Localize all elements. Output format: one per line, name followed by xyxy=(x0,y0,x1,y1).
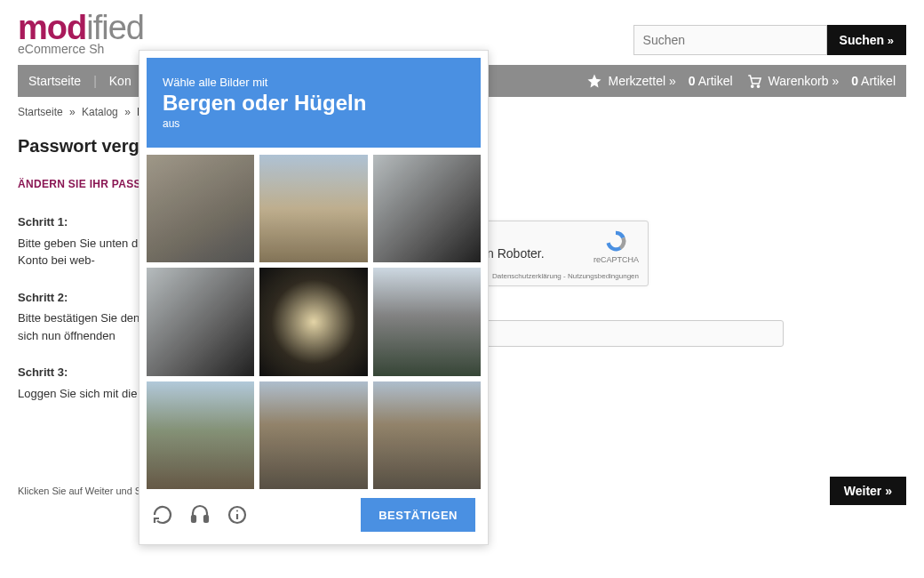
logo[interactable]: modified eCommerce Sh xyxy=(18,9,144,56)
challenge-tile-3[interactable] xyxy=(373,155,481,262)
challenge-tile-4[interactable] xyxy=(147,268,254,375)
next-button[interactable]: Weiter » xyxy=(830,477,906,505)
recaptcha-logo: reCAPTCHA xyxy=(593,229,639,264)
challenge-header: Wähle alle Bilder mit Bergen oder Hügeln… xyxy=(147,58,481,148)
recaptcha-challenge: Wähle alle Bilder mit Bergen oder Hügeln… xyxy=(139,50,489,545)
recaptcha-links[interactable]: Datenschutzerklärung - Nutzungsbedingung… xyxy=(492,272,639,280)
svg-rect-3 xyxy=(204,516,208,522)
nav-home[interactable]: Startseite xyxy=(28,74,81,88)
nav-wishlist[interactable]: Merkzettel » xyxy=(586,73,675,89)
chevron-right-icon: » xyxy=(884,34,894,47)
breadcrumb-home[interactable]: Startseite xyxy=(18,106,63,118)
challenge-tile-2[interactable] xyxy=(259,155,367,262)
nav-account[interactable]: Kon xyxy=(109,74,131,88)
logo-text-2: ified xyxy=(86,9,144,46)
footer-hint: Klicken Sie auf Weiter und Sie xyxy=(18,486,149,496)
nav-cart[interactable]: Warenkorb » xyxy=(745,73,840,89)
search-input[interactable] xyxy=(633,25,827,55)
svg-point-6 xyxy=(236,510,238,512)
reload-icon[interactable] xyxy=(152,504,173,526)
star-icon xyxy=(586,73,602,89)
challenge-confirm-button[interactable]: BESTÄTIGEN xyxy=(361,498,475,532)
challenge-tile-5[interactable] xyxy=(259,268,367,375)
challenge-tile-9[interactable] xyxy=(373,381,481,489)
svg-point-1 xyxy=(757,85,759,87)
challenge-tile-7[interactable] xyxy=(147,381,254,489)
challenge-tile-6[interactable] xyxy=(373,268,481,375)
audio-icon[interactable] xyxy=(189,504,211,526)
cart-count: 0 Artikel xyxy=(851,74,896,88)
wishlist-count: 0 Artikel xyxy=(689,74,733,88)
chevron-right-icon: » xyxy=(881,484,892,498)
svg-rect-2 xyxy=(192,516,195,522)
svg-point-0 xyxy=(751,85,753,87)
search-button[interactable]: Suchen » xyxy=(827,25,906,55)
challenge-tile-8[interactable] xyxy=(259,381,367,489)
cart-icon xyxy=(745,73,763,89)
nav-separator: | xyxy=(93,74,97,88)
info-icon[interactable] xyxy=(227,504,248,526)
breadcrumb-catalog[interactable]: Katalog xyxy=(82,106,118,118)
challenge-grid xyxy=(147,155,481,489)
logo-text-1: mod xyxy=(18,9,86,46)
challenge-tile-1[interactable] xyxy=(147,155,254,262)
